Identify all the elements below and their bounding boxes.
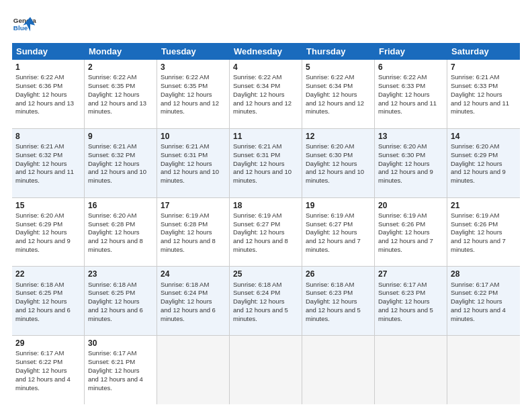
day-info: Sunrise: 6:21 AMSunset: 6:31 PMDaylight:… xyxy=(233,142,292,184)
day-header-saturday: Saturday xyxy=(447,43,520,60)
calendar-cell: 15Sunrise: 6:20 AMSunset: 6:29 PMDayligh… xyxy=(12,198,85,267)
calendar-cell: 5Sunrise: 6:22 AMSunset: 6:34 PMDaylight… xyxy=(302,60,375,128)
day-header-tuesday: Tuesday xyxy=(157,43,230,60)
calendar-cell: 25Sunrise: 6:18 AMSunset: 6:24 PMDayligh… xyxy=(230,267,302,335)
day-info: Sunrise: 6:22 AMSunset: 6:33 PMDaylight:… xyxy=(378,73,437,115)
day-number: 19 xyxy=(306,200,371,211)
day-number: 5 xyxy=(306,62,371,73)
day-header-monday: Monday xyxy=(85,43,157,60)
day-info: Sunrise: 6:22 AMSunset: 6:35 PMDaylight:… xyxy=(161,73,219,115)
day-number: 11 xyxy=(233,131,298,142)
day-number: 18 xyxy=(233,200,298,211)
calendar-week: 15Sunrise: 6:20 AMSunset: 6:29 PMDayligh… xyxy=(12,198,520,267)
day-header-wednesday: Wednesday xyxy=(230,43,302,60)
day-number: 16 xyxy=(88,200,153,211)
day-number: 20 xyxy=(378,200,443,211)
calendar-body: 1Sunrise: 6:22 AMSunset: 6:36 PMDaylight… xyxy=(12,60,520,404)
calendar-cell: 10Sunrise: 6:21 AMSunset: 6:31 PMDayligh… xyxy=(157,129,230,197)
day-info: Sunrise: 6:22 AMSunset: 6:36 PMDaylight:… xyxy=(15,73,74,115)
day-number: 24 xyxy=(161,269,226,279)
day-number: 28 xyxy=(451,269,517,279)
calendar-cell: 23Sunrise: 6:18 AMSunset: 6:25 PMDayligh… xyxy=(85,267,157,335)
day-number: 12 xyxy=(306,131,371,142)
day-info: Sunrise: 6:18 AMSunset: 6:25 PMDaylight:… xyxy=(88,281,143,322)
calendar-cell: 7Sunrise: 6:21 AMSunset: 6:33 PMDaylight… xyxy=(447,60,520,128)
calendar-cell: 9Sunrise: 6:21 AMSunset: 6:32 PMDaylight… xyxy=(85,129,157,197)
day-info: Sunrise: 6:19 AMSunset: 6:26 PMDaylight:… xyxy=(451,212,506,253)
day-number: 26 xyxy=(306,269,371,279)
day-number: 15 xyxy=(15,200,81,211)
calendar-cell: 8Sunrise: 6:21 AMSunset: 6:32 PMDaylight… xyxy=(12,129,85,197)
day-info: Sunrise: 6:20 AMSunset: 6:30 PMDaylight:… xyxy=(306,142,364,184)
calendar-cell: 18Sunrise: 6:19 AMSunset: 6:27 PMDayligh… xyxy=(230,198,302,267)
day-info: Sunrise: 6:17 AMSunset: 6:22 PMDaylight:… xyxy=(15,349,71,391)
day-info: Sunrise: 6:21 AMSunset: 6:33 PMDaylight:… xyxy=(451,73,509,115)
day-number: 27 xyxy=(378,269,443,279)
calendar-week: 29Sunrise: 6:17 AMSunset: 6:22 PMDayligh… xyxy=(12,336,520,404)
logo: General Blue xyxy=(12,12,36,36)
day-number: 8 xyxy=(15,131,81,142)
calendar-week: 8Sunrise: 6:21 AMSunset: 6:32 PMDaylight… xyxy=(12,129,520,198)
calendar-cell xyxy=(302,336,375,404)
day-info: Sunrise: 6:18 AMSunset: 6:24 PMDaylight:… xyxy=(161,281,216,322)
svg-text:Blue: Blue xyxy=(13,24,28,32)
calendar-header: SundayMondayTuesdayWednesdayThursdayFrid… xyxy=(12,43,520,60)
calendar-cell: 17Sunrise: 6:19 AMSunset: 6:28 PMDayligh… xyxy=(157,198,230,267)
calendar-cell: 1Sunrise: 6:22 AMSunset: 6:36 PMDaylight… xyxy=(12,60,85,128)
calendar-cell: 12Sunrise: 6:20 AMSunset: 6:30 PMDayligh… xyxy=(302,129,375,197)
calendar-cell: 6Sunrise: 6:22 AMSunset: 6:33 PMDaylight… xyxy=(375,60,447,128)
calendar-cell: 2Sunrise: 6:22 AMSunset: 6:35 PMDaylight… xyxy=(85,60,157,128)
day-info: Sunrise: 6:19 AMSunset: 6:26 PMDaylight:… xyxy=(378,212,433,253)
day-info: Sunrise: 6:17 AMSunset: 6:23 PMDaylight:… xyxy=(378,281,433,322)
day-info: Sunrise: 6:19 AMSunset: 6:28 PMDaylight:… xyxy=(161,212,216,253)
calendar-cell: 21Sunrise: 6:19 AMSunset: 6:26 PMDayligh… xyxy=(447,198,520,267)
day-info: Sunrise: 6:19 AMSunset: 6:27 PMDaylight:… xyxy=(233,212,288,253)
day-number: 10 xyxy=(161,131,226,142)
calendar-cell: 22Sunrise: 6:18 AMSunset: 6:25 PMDayligh… xyxy=(12,267,85,335)
calendar-week: 22Sunrise: 6:18 AMSunset: 6:25 PMDayligh… xyxy=(12,267,520,336)
day-info: Sunrise: 6:20 AMSunset: 6:29 PMDaylight:… xyxy=(451,142,506,184)
calendar-cell: 16Sunrise: 6:20 AMSunset: 6:28 PMDayligh… xyxy=(85,198,157,267)
calendar-cell: 26Sunrise: 6:18 AMSunset: 6:23 PMDayligh… xyxy=(302,267,375,335)
calendar-cell xyxy=(230,336,302,404)
day-header-thursday: Thursday xyxy=(302,43,375,60)
day-info: Sunrise: 6:20 AMSunset: 6:29 PMDaylight:… xyxy=(15,212,71,253)
day-number: 1 xyxy=(15,62,81,73)
day-info: Sunrise: 6:21 AMSunset: 6:32 PMDaylight:… xyxy=(15,142,74,184)
day-number: 13 xyxy=(378,131,443,142)
calendar-cell: 3Sunrise: 6:22 AMSunset: 6:35 PMDaylight… xyxy=(157,60,230,128)
day-info: Sunrise: 6:17 AMSunset: 6:21 PMDaylight:… xyxy=(88,349,143,391)
calendar-cell xyxy=(375,336,447,404)
day-number: 21 xyxy=(451,200,517,211)
calendar-cell: 19Sunrise: 6:19 AMSunset: 6:27 PMDayligh… xyxy=(302,198,375,267)
calendar-cell xyxy=(447,336,520,404)
calendar-cell: 24Sunrise: 6:18 AMSunset: 6:24 PMDayligh… xyxy=(157,267,230,335)
calendar-cell: 20Sunrise: 6:19 AMSunset: 6:26 PMDayligh… xyxy=(375,198,447,267)
day-info: Sunrise: 6:19 AMSunset: 6:27 PMDaylight:… xyxy=(306,212,361,253)
day-info: Sunrise: 6:22 AMSunset: 6:34 PMDaylight:… xyxy=(233,73,292,115)
day-number: 17 xyxy=(161,200,226,211)
day-number: 4 xyxy=(233,62,298,73)
day-number: 14 xyxy=(451,131,517,142)
day-info: Sunrise: 6:18 AMSunset: 6:25 PMDaylight:… xyxy=(15,281,71,322)
day-number: 30 xyxy=(88,338,153,349)
day-number: 23 xyxy=(88,269,153,279)
calendar: SundayMondayTuesdayWednesdayThursdayFrid… xyxy=(12,43,520,404)
calendar-cell xyxy=(157,336,230,404)
day-header-friday: Friday xyxy=(375,43,447,60)
calendar-cell: 28Sunrise: 6:17 AMSunset: 6:22 PMDayligh… xyxy=(447,267,520,335)
day-number: 7 xyxy=(451,62,517,73)
calendar-cell: 29Sunrise: 6:17 AMSunset: 6:22 PMDayligh… xyxy=(12,336,85,404)
day-header-sunday: Sunday xyxy=(12,43,85,60)
day-info: Sunrise: 6:18 AMSunset: 6:24 PMDaylight:… xyxy=(233,281,288,322)
day-number: 3 xyxy=(161,62,226,73)
day-info: Sunrise: 6:21 AMSunset: 6:32 PMDaylight:… xyxy=(88,142,146,184)
day-info: Sunrise: 6:20 AMSunset: 6:28 PMDaylight:… xyxy=(88,212,143,253)
calendar-cell: 11Sunrise: 6:21 AMSunset: 6:31 PMDayligh… xyxy=(230,129,302,197)
calendar-week: 1Sunrise: 6:22 AMSunset: 6:36 PMDaylight… xyxy=(12,60,520,129)
day-number: 22 xyxy=(15,269,81,279)
day-info: Sunrise: 6:17 AMSunset: 6:22 PMDaylight:… xyxy=(451,281,506,322)
day-number: 9 xyxy=(88,131,153,142)
calendar-cell: 30Sunrise: 6:17 AMSunset: 6:21 PMDayligh… xyxy=(85,336,157,404)
day-info: Sunrise: 6:20 AMSunset: 6:30 PMDaylight:… xyxy=(378,142,433,184)
